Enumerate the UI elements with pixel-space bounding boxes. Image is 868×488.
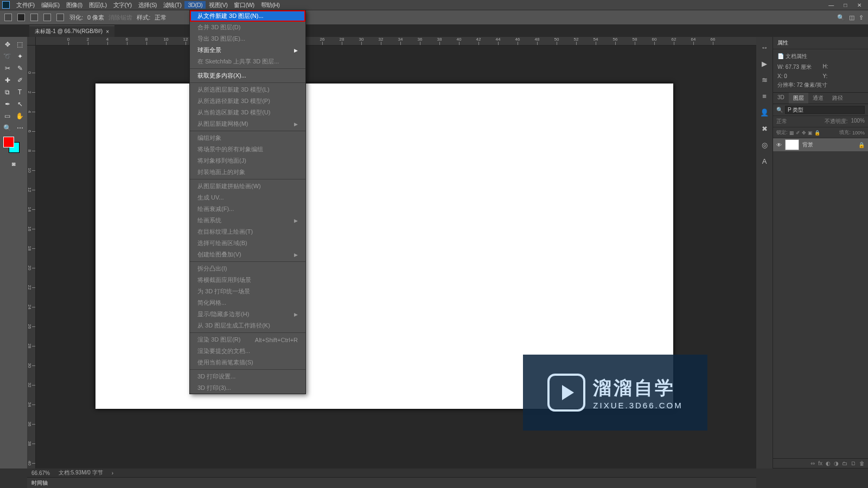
- menu-layer[interactable]: 图层(L): [86, 1, 110, 10]
- document-info[interactable]: 文档:5.93M/0 字节: [59, 469, 103, 477]
- hand-tool[interactable]: ✋: [14, 111, 26, 121]
- layer-mask-icon[interactable]: ◐: [826, 460, 831, 466]
- lock-position-icon[interactable]: ✐: [796, 130, 800, 136]
- selection-add-icon[interactable]: [30, 14, 38, 21]
- menu-help[interactable]: 帮助(H): [258, 1, 283, 10]
- blend-mode[interactable]: 正常: [776, 118, 821, 125]
- artboard-tool[interactable]: ⬚: [14, 39, 26, 50]
- fill-value[interactable]: 100%: [852, 130, 865, 136]
- style-value[interactable]: 正常: [155, 14, 167, 22]
- layer-filter-icon[interactable]: 🔍: [776, 107, 783, 113]
- type-tool[interactable]: T: [14, 87, 26, 98]
- layer-name[interactable]: 背景: [802, 141, 813, 149]
- zoom-tool[interactable]: 🔍: [1, 123, 14, 133]
- move-tool[interactable]: ✥: [1, 39, 14, 50]
- menu-item: 使用当前画笔素描(S): [190, 357, 305, 368]
- selection-new-icon[interactable]: [17, 14, 25, 21]
- tool-preset-icon[interactable]: [4, 14, 12, 21]
- eyedropper-tool[interactable]: ✎: [14, 63, 26, 74]
- watermark-url: ZIXUE.3D66.COM: [593, 401, 682, 410]
- selection-subtract-icon[interactable]: [43, 14, 51, 21]
- libraries-icon[interactable]: ◎: [758, 139, 770, 151]
- pen-tool[interactable]: ✒: [1, 99, 14, 110]
- window-minimize-icon[interactable]: —: [825, 1, 838, 9]
- delete-layer-icon[interactable]: 🗑: [859, 460, 865, 466]
- new-layer-icon[interactable]: 🗋: [851, 460, 856, 466]
- menu-item: 从 3D 图层生成工作路径(K): [190, 320, 305, 331]
- tab-close-icon[interactable]: ×: [106, 29, 109, 35]
- brush-panel-icon[interactable]: ≋: [758, 74, 770, 86]
- menu-item[interactable]: 从文件新建 3D 图层(N)...: [190, 10, 305, 22]
- adjustment-layer-icon[interactable]: ◑: [834, 460, 839, 466]
- quick-select-tool[interactable]: ✦: [14, 51, 26, 62]
- menu-item: 合并 3D 图层(D): [190, 22, 305, 33]
- menu-file[interactable]: 文件(F): [13, 1, 38, 10]
- link-layers-icon[interactable]: ⇔: [810, 460, 815, 466]
- window-close-icon[interactable]: ✕: [853, 1, 866, 9]
- history-icon[interactable]: ↔: [758, 41, 770, 53]
- prop-width[interactable]: 67.73 厘米: [786, 64, 812, 70]
- paragraph-icon[interactable]: A: [758, 155, 770, 167]
- lasso-tool[interactable]: ➰: [1, 51, 14, 62]
- healing-tool[interactable]: ✚: [1, 75, 14, 86]
- panel-tab-paths[interactable]: 路径: [828, 93, 847, 104]
- panel-tab-channels[interactable]: 通道: [808, 93, 828, 104]
- status-arrow-icon[interactable]: ›: [112, 470, 113, 476]
- document-tab-title: 未标题-1 @ 66.7%(RGB/8#): [35, 28, 103, 35]
- document-tab[interactable]: 未标题-1 @ 66.7%(RGB/8#) ×: [29, 25, 114, 37]
- lock-pixels-icon[interactable]: ▦: [789, 130, 794, 136]
- layer-visibility-icon[interactable]: 👁: [776, 142, 782, 148]
- foreground-swatch[interactable]: [3, 137, 14, 147]
- lock-lock-icon[interactable]: 🔒: [814, 130, 820, 136]
- zoom-level[interactable]: 66.67%: [31, 470, 50, 476]
- edit-toolbar[interactable]: ⋯: [14, 123, 26, 133]
- layer-fx-icon[interactable]: fx: [818, 460, 822, 466]
- menu-item[interactable]: 球面全景▶: [190, 44, 305, 56]
- share-icon[interactable]: ⇪: [859, 14, 864, 21]
- opacity-value[interactable]: 100%: [851, 118, 865, 125]
- prop-resolution: 分辨率: 72 像素/英寸: [777, 81, 864, 89]
- prop-x[interactable]: 0: [784, 73, 787, 79]
- menu-type[interactable]: 文字(Y): [110, 1, 135, 10]
- layer-filter-input[interactable]: [785, 106, 865, 114]
- menu-item: 3D 打印(3)...: [190, 382, 305, 394]
- menu-image[interactable]: 图像(I): [63, 1, 86, 10]
- layer-row[interactable]: 👁 背景 🔒: [773, 138, 868, 151]
- panel-tab-3d[interactable]: 3D: [773, 93, 789, 104]
- menu-filter[interactable]: 滤镜(T): [160, 1, 185, 10]
- character-icon[interactable]: 👤: [758, 106, 770, 118]
- menu-view[interactable]: 视图(V): [206, 1, 231, 10]
- layer-thumbnail[interactable]: [785, 139, 799, 150]
- vertical-ruler[interactable]: 024681012141618202224262830323436384042: [27, 46, 36, 468]
- menu-3d[interactable]: 3D(D): [184, 1, 206, 9]
- window-restore-icon[interactable]: □: [839, 1, 852, 9]
- path-select-tool[interactable]: ↖: [14, 99, 26, 110]
- shape-tool[interactable]: ▭: [1, 111, 14, 121]
- search-icon[interactable]: 🔍: [837, 14, 845, 21]
- actions-icon[interactable]: ▶: [758, 57, 770, 69]
- feather-value[interactable]: 0 像素: [87, 14, 104, 22]
- menu-window[interactable]: 窗口(W): [231, 1, 257, 10]
- horizontal-ruler[interactable]: 0246810121416182022242628303234363840424…: [36, 37, 756, 46]
- toolbox: ✥⬚ ➰✦ ✂✎ ✚✐ ⧉T ✒↖ ▭✋ 🔍⋯ ◙: [0, 37, 27, 468]
- selection-intersect-icon[interactable]: [56, 14, 64, 21]
- clone-panel-icon[interactable]: ≡: [758, 90, 770, 102]
- layer-group-icon[interactable]: 🗀: [842, 460, 847, 466]
- panel-tab-layers[interactable]: 图层: [789, 93, 808, 104]
- ruler-origin[interactable]: [27, 37, 36, 46]
- clone-tool[interactable]: ⧉: [1, 87, 14, 98]
- timeline-panel[interactable]: 时间轴: [27, 477, 756, 488]
- color-swatches[interactable]: [1, 137, 26, 158]
- 3d-icon[interactable]: ✖: [758, 123, 770, 134]
- lock-artboard-icon[interactable]: ▣: [808, 130, 813, 136]
- brush-tool[interactable]: ✐: [14, 75, 26, 86]
- menu-edit[interactable]: 编辑(E): [38, 1, 63, 10]
- workspace-icon[interactable]: ◫: [849, 14, 854, 21]
- menu-select[interactable]: 选择(S): [135, 1, 160, 10]
- menubar: 文件(F) 编辑(E) 图像(I) 图层(L) 文字(Y) 选择(S) 滤镜(T…: [0, 0, 868, 10]
- properties-tab[interactable]: 属性: [773, 37, 868, 49]
- quick-mask-icon[interactable]: ◙: [1, 160, 26, 169]
- lock-all-icon[interactable]: ✥: [802, 130, 806, 136]
- crop-tool[interactable]: ✂: [1, 63, 14, 74]
- menu-item[interactable]: 获取更多内容(X)...: [190, 70, 305, 81]
